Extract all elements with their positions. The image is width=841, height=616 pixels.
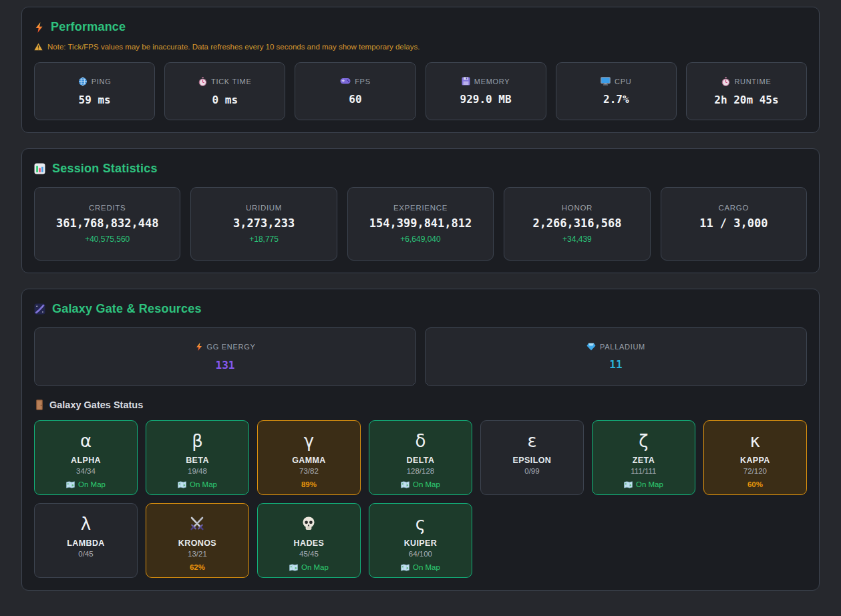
gate-status: On Map — [624, 480, 663, 489]
stat-label: CARGO — [718, 204, 749, 212]
galaxy-title: Galaxy Gate & Resources — [34, 302, 807, 316]
metric-value: 0 ms — [212, 94, 238, 106]
metric-card-memory: MEMORY 929.0 MB — [426, 62, 546, 120]
gate-status: On Map — [289, 563, 329, 572]
gate-count: 0/99 — [524, 467, 539, 475]
gate-card-lambda: λ LAMBDA 0/45 — [34, 503, 138, 578]
gate-name: BETA — [186, 456, 209, 465]
stat-value: 11 / 3,000 — [699, 216, 768, 230]
bar-chart-icon — [34, 163, 45, 174]
performance-panel: Performance Note: Tick/FPS values may be… — [21, 7, 820, 133]
stat-label: HONOR — [562, 204, 593, 212]
floppy-disk-icon — [462, 77, 470, 86]
metric-card-tick-time: TICK TIME 0 ms — [164, 62, 285, 120]
skull-icon — [301, 516, 317, 532]
metric-label: RUNTIME — [734, 78, 771, 86]
session-stats-row: CREDITS 361,768,832,448 +40,575,560 URID… — [34, 187, 807, 261]
resource-card-palladium: PALLADIUM 11 — [425, 327, 807, 386]
metric-label: PING — [92, 78, 112, 86]
stat-label: EXPERIENCE — [393, 204, 448, 212]
gate-status: 89% — [301, 480, 317, 489]
stat-card-cargo: CARGO 11 / 3,000 — [661, 187, 807, 261]
resource-card-gg-energy: GG ENERGY 131 — [34, 327, 416, 386]
gate-name: HADES — [294, 538, 325, 548]
gate-name: KRONOS — [178, 538, 216, 548]
resource-value: 11 — [609, 358, 622, 371]
gate-status: 62% — [190, 563, 205, 572]
resource-label: GG ENERGY — [207, 343, 256, 351]
gates-status-title-text: Galaxy Gates Status — [49, 400, 143, 410]
metric-value: 59 ms — [79, 94, 111, 106]
door-icon — [35, 400, 43, 410]
gate-card-epsilon: ε EPSILON 0/99 — [480, 420, 584, 495]
gate-count: 34/34 — [76, 467, 96, 475]
stopwatch-icon — [198, 77, 207, 86]
metric-label: CPU — [615, 78, 631, 86]
lightning-icon — [34, 21, 44, 33]
gate-glyph: ε — [527, 427, 536, 455]
map-icon — [289, 564, 298, 571]
metric-label: FPS — [355, 78, 371, 86]
stat-label: URIDIUM — [246, 204, 282, 212]
galaxy-gate-panel: Galaxy Gate & Resources GG ENERGY 131 PA… — [21, 289, 820, 591]
gate-name: GAMMA — [292, 456, 326, 465]
metric-card-cpu: CPU 2.7% — [556, 62, 677, 120]
map-icon — [401, 564, 409, 571]
gate-name: DELTA — [407, 456, 435, 465]
gate-glyph: ζ — [639, 427, 648, 455]
gate-glyph: ς — [415, 510, 426, 538]
gate-status: On Map — [178, 480, 217, 489]
gate-count: 13/21 — [188, 550, 207, 558]
metric-card-runtime: RUNTIME 2h 20m 45s — [686, 62, 807, 120]
stat-value: 2,266,316,568 — [532, 216, 621, 230]
gate-name: KAPPA — [740, 456, 770, 465]
stat-value: 3,273,233 — [233, 216, 295, 230]
gate-card-zeta: ζ ZETA 111/111 On Map — [592, 420, 695, 495]
gate-name: KUIPER — [404, 538, 438, 548]
gates-status-title: Galaxy Gates Status — [35, 400, 807, 410]
gate-glyph: γ — [304, 427, 314, 455]
gate-name: LAMBDA — [67, 538, 105, 548]
gate-card-kuiper: ς KUIPER 64/100 On Map — [369, 503, 472, 578]
gate-status: On Map — [66, 480, 106, 489]
stopwatch-icon — [721, 77, 730, 86]
stat-card-uridium: URIDIUM 3,273,233 +18,775 — [190, 187, 337, 261]
map-icon — [401, 481, 409, 488]
metric-value: 60 — [349, 93, 361, 106]
stat-delta: +34,439 — [562, 235, 592, 245]
crossed-swords-icon — [188, 515, 206, 532]
stat-delta: +6,649,040 — [400, 235, 440, 245]
metric-value: 2.7% — [603, 93, 629, 106]
gate-name: ALPHA — [71, 456, 101, 465]
stat-label: CREDITS — [89, 204, 126, 212]
gate-glyph: β — [192, 427, 203, 455]
gate-status: On Map — [401, 480, 440, 489]
gate-glyph: α — [80, 427, 92, 455]
gate-card-alpha: α ALPHA 34/34 On Map — [34, 420, 138, 495]
metric-card-fps: FPS 60 — [295, 62, 415, 120]
globe-icon — [78, 77, 88, 86]
stat-card-honor: HONOR 2,266,316,568 +34,439 — [504, 187, 650, 261]
gate-count: 45/45 — [299, 550, 319, 558]
session-title: Session Statistics — [34, 162, 807, 176]
gate-count: 111/111 — [631, 467, 656, 475]
metric-label: MEMORY — [474, 78, 510, 86]
gate-count: 73/82 — [299, 467, 319, 475]
gate-card-hades: HADES 45/45 On Map — [257, 503, 361, 578]
warning-icon — [34, 43, 43, 51]
stat-delta: +18,775 — [249, 235, 279, 245]
gate-count: 0/45 — [78, 550, 93, 558]
gate-card-gamma: γ GAMMA 73/82 89% — [257, 420, 361, 495]
stat-card-credits: CREDITS 361,768,832,448 +40,575,560 — [34, 187, 180, 261]
gate-glyph: κ — [750, 427, 760, 455]
monitor-icon — [601, 77, 611, 86]
gate-count: 19/48 — [188, 467, 207, 475]
session-statistics-panel: Session Statistics CREDITS 361,768,832,4… — [21, 148, 820, 273]
gate-count: 72/120 — [743, 467, 767, 475]
gates-row-1: α ALPHA 34/34 On Map β BETA 19/48 On Map… — [34, 420, 807, 495]
lightning-icon — [195, 342, 203, 351]
map-icon — [624, 481, 633, 488]
gate-card-kappa: κ KAPPA 72/120 60% — [703, 420, 807, 495]
resource-label: PALLADIUM — [600, 343, 645, 351]
gates-row-2: λ LAMBDA 0/45 KRONOS 13/21 62% HADE — [34, 503, 807, 578]
